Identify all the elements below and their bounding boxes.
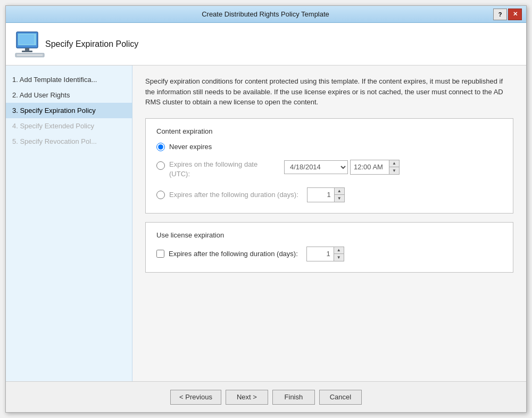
sidebar-item-step3[interactable]: 3. Specify Expiration Policy [6,103,132,118]
use-license-title: Use license expiration [156,231,502,239]
content-duration-spinner: ▲ ▼ [334,188,344,202]
use-license-duration-group: ▲ ▼ [306,247,344,261]
description-text: Specify expiration conditions for conten… [145,76,513,108]
expires-date-radio[interactable] [156,161,165,170]
header-title: Specify Expiration Policy [45,39,138,49]
never-expires-label: Never expires [169,143,212,151]
content-expiration-panel: Content expiration Never expires Expires… [145,118,513,214]
use-license-duration-input[interactable] [307,247,334,261]
use-license-up-button[interactable]: ▲ [334,247,344,254]
sidebar-item-step1[interactable]: 1. Add Template Identifica... [6,72,132,87]
use-license-down-button[interactable]: ▼ [334,254,344,261]
svg-rect-6 [19,35,34,44]
svg-rect-5 [17,54,43,56]
content-expiration-title: Content expiration [156,127,502,135]
finish-button[interactable]: Finish [272,390,315,405]
use-license-checkbox[interactable] [156,250,164,258]
never-expires-option: Never expires [156,143,502,151]
main-area: 1. Add Template Identifica... 2. Add Use… [6,65,526,381]
time-spinner: ▲ ▼ [389,160,399,174]
expires-date-option: Expires on the following date (UTC): 4/1… [156,160,502,179]
sidebar-item-step4: 4. Specify Extended Policy [6,118,132,134]
content-duration-input[interactable] [307,188,334,202]
close-button[interactable]: ✕ [508,9,522,20]
next-button[interactable]: Next > [226,390,268,405]
sidebar-item-step5: 5. Specify Revocation Pol... [6,134,132,149]
content-duration-input-group: ▲ ▼ [307,187,345,202]
expires-duration-radio[interactable] [156,191,165,199]
time-down-button[interactable]: ▼ [389,167,399,174]
previous-button[interactable]: < Previous [170,390,221,405]
use-license-label: Expires after the following duration (da… [169,250,298,258]
use-license-spinner: ▲ ▼ [334,247,344,261]
computer-icon [14,31,45,58]
use-license-panel: Use license expiration Expires after the… [145,222,513,273]
cancel-button[interactable]: Cancel [319,390,362,405]
expires-duration-label: Expires after the following duration (da… [169,191,298,199]
content-area: Specify expiration conditions for conten… [132,65,526,381]
sidebar-item-step2[interactable]: 2. Add User Rights [6,87,132,103]
footer: < Previous Next > Finish Cancel [6,381,526,412]
time-input-group: ▲ ▼ [350,160,400,175]
expires-duration-option: Expires after the following duration (da… [156,187,502,202]
window-title: Create Distributed Rights Policy Templat… [38,10,493,18]
main-window: Create Distributed Rights Policy Templat… [5,5,527,413]
time-up-button[interactable]: ▲ [389,160,399,167]
date-select[interactable]: 4/18/2014 [284,160,348,174]
header-section: Specify Expiration Policy [6,23,526,65]
never-expires-radio[interactable] [156,143,165,151]
svg-rect-3 [22,51,32,52]
expires-date-label: Expires on the following date (UTC): [169,160,276,179]
date-input-group: 4/18/2014 ▲ ▼ [284,160,400,175]
time-input[interactable] [351,160,389,174]
title-bar-buttons: ? ✕ [493,9,522,20]
help-button[interactable]: ? [493,9,507,20]
use-license-checkbox-option: Expires after the following duration (da… [156,247,502,261]
title-bar: Create Distributed Rights Policy Templat… [6,6,526,23]
content-duration-up-button[interactable]: ▲ [335,188,344,195]
content-duration-down-button[interactable]: ▼ [335,195,344,202]
sidebar: 1. Add Template Identifica... 2. Add Use… [6,65,132,381]
